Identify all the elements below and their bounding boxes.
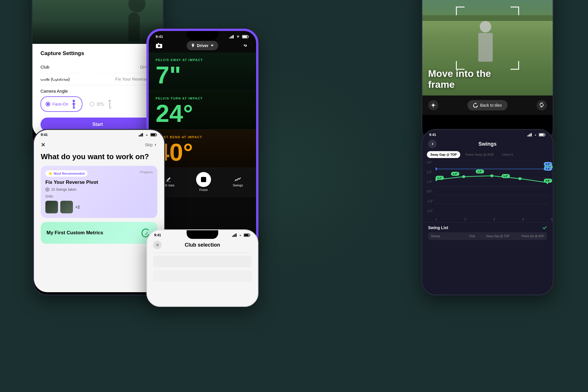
- metrics-notch: [187, 31, 218, 40]
- svg-rect-45: [539, 134, 543, 136]
- club-selection-text: 9:41: [229, 354, 237, 358]
- goals-status-bar: 9:41: [34, 130, 164, 138]
- svg-rect-46: [545, 134, 546, 135]
- location-pin-icon: [191, 44, 195, 48]
- svg-rect-12: [233, 35, 234, 38]
- back-to-tiles-btn[interactable]: Back to tiles: [467, 100, 507, 110]
- club-close-btn[interactable]: ✕: [153, 241, 162, 249]
- camera-svg: [156, 43, 162, 48]
- face-on-label: Face-On: [53, 102, 68, 106]
- tab-sway-gap[interactable]: Sway Gap @ TOP: [427, 151, 460, 158]
- wifi-icon: [236, 35, 240, 38]
- goal-card[interactable]: ⭐ Most Recommended Fix Your Reverse Pivo…: [41, 166, 157, 218]
- custom-metrics-card[interactable]: My First Custom Metrics: [41, 222, 157, 244]
- club-driver-header: Club Driver: [37, 65, 115, 83]
- col-sway-gap: Sway Gap @ TOP: [482, 235, 513, 238]
- swings-back-btn[interactable]: [428, 140, 437, 148]
- tab-pelvis-sway[interactable]: Pelvis Sway @ ADR: [462, 151, 497, 158]
- svg-rect-31: [156, 134, 157, 135]
- goals-wifi-icon: [145, 133, 149, 136]
- drills-label: Drills: [45, 194, 140, 198]
- face-on-radio-dot: [47, 103, 49, 105]
- svg-rect-15: [248, 36, 249, 37]
- svg-rect-10: [231, 36, 231, 38]
- svg-rect-35: [235, 234, 235, 237]
- pelvis-sway-value: 7": [156, 64, 249, 86]
- x-label-4: 4: [522, 218, 524, 221]
- swings-time: 9:41: [429, 133, 436, 137]
- goal-name: Fix Your Reverse Pivot: [45, 180, 140, 185]
- y-label-4: 0.8": [427, 190, 436, 193]
- camera-icon[interactable]: [154, 41, 164, 50]
- col-swings: Swings: [431, 235, 462, 238]
- capture-settings-title: Capture Settings: [40, 50, 155, 56]
- dtl-option[interactable]: DTL: [85, 97, 117, 111]
- frame-overlay-text: Move into theframe: [428, 68, 491, 90]
- refresh-btn[interactable]: [537, 100, 547, 110]
- swings-battery-icon: [539, 133, 546, 136]
- club-list-placeholder-1: [153, 256, 252, 267]
- point-g4: [519, 177, 522, 180]
- club-selector[interactable]: Driver: [187, 41, 218, 50]
- y-label-3: 1.4": [427, 180, 436, 184]
- goals-skip-label: Skip: [145, 143, 153, 147]
- swing-list-header: Swing List: [428, 225, 547, 230]
- pelvis-turn-value: 24°: [156, 102, 249, 124]
- svg-rect-14: [243, 36, 247, 38]
- frame-golf-image: Move into theframe: [422, 0, 553, 95]
- swings-btn[interactable]: Swings: [233, 177, 243, 187]
- svg-rect-41: [529, 134, 529, 136]
- swing-list-title: Swing List: [428, 225, 448, 230]
- svg-rect-30: [151, 134, 155, 136]
- finish-btn[interactable]: Finish: [196, 172, 211, 192]
- finish-circle: [196, 172, 211, 187]
- corner-br: [510, 61, 519, 70]
- x-label-3: 3: [493, 218, 495, 221]
- col-pelvis: Pelvis Sw @ ADF: [513, 235, 544, 238]
- svg-rect-34: [233, 235, 234, 237]
- settings-icon[interactable]: [241, 41, 250, 50]
- goals-skip-btn[interactable]: Skip: [145, 143, 157, 147]
- tab-chest[interactable]: Chest S: [499, 151, 516, 158]
- capture-gradient-overlay: [32, 21, 163, 44]
- chart-label-15: 1.5": [476, 169, 484, 173]
- svg-rect-39: [250, 235, 250, 236]
- drill-thumb-2: [60, 201, 73, 213]
- svg-rect-4: [74, 106, 75, 109]
- brightness-btn[interactable]: [428, 100, 438, 110]
- club-divider: [153, 253, 252, 253]
- svg-rect-8: [110, 106, 111, 109]
- chart-container: 3.0" 2.2" 1.4" 0.8" -1.0" -2.2": [422, 161, 553, 221]
- svg-rect-3: [73, 106, 74, 109]
- svg-rect-26: [140, 134, 141, 136]
- svg-rect-19: [158, 43, 159, 44]
- chart-label-14: 1.4": [451, 172, 459, 176]
- svg-rect-6: [109, 102, 110, 106]
- swings-status-icons: [527, 133, 546, 137]
- chart-label-08: 0.8": [544, 179, 552, 183]
- goal-card-inner: ⭐ Most Recommended Fix Your Reverse Pivo…: [45, 170, 153, 213]
- golfer-face-on-icon: [70, 100, 77, 109]
- svg-rect-38: [244, 234, 248, 236]
- metrics-time: 9:41: [156, 34, 163, 39]
- phone-club: 9:41 ✕ Club selection: [146, 229, 258, 307]
- chart-svg: [436, 161, 548, 212]
- refresh-icon: [539, 103, 544, 108]
- goals-close-btn[interactable]: ✕: [41, 141, 46, 148]
- chest-bend-value: 40°: [156, 141, 249, 163]
- camera-options: Face-On DTL: [40, 96, 155, 112]
- svg-rect-11: [232, 36, 233, 38]
- svg-rect-27: [141, 134, 142, 136]
- pencil-icon: [165, 177, 171, 182]
- face-on-option[interactable]: Face-On: [40, 96, 82, 112]
- swings-taken-text: 10 Swings taken: [51, 188, 76, 192]
- recommended-text: Most Recommended: [54, 172, 85, 175]
- pelvis-turn-block: PELVIS TURN AT IMPACT 24°: [149, 91, 256, 129]
- camera-angle-section: Camera Angle Face-On: [40, 85, 155, 115]
- camera-angle-label: Camera Angle: [40, 89, 155, 93]
- club-notch: [187, 230, 218, 239]
- pelvis-sway-block: PELVIS SWAY AT IMPACT 7": [149, 52, 256, 91]
- svg-rect-25: [139, 135, 140, 136]
- svg-rect-7: [109, 106, 110, 109]
- swing-list-check-icon: [542, 225, 547, 230]
